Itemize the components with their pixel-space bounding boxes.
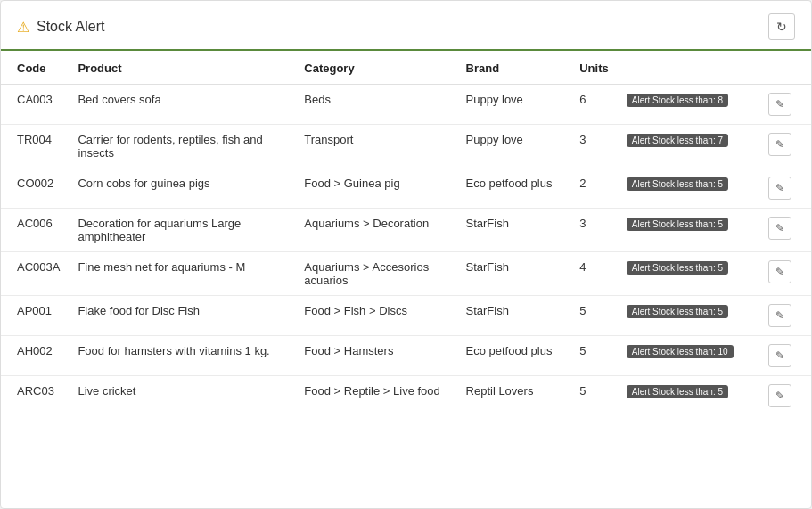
cell-product: Carrier for rodents, reptiles, fish and … (69, 125, 295, 168)
cell-category: Transport (295, 125, 456, 168)
cell-action: ✎ (759, 168, 811, 209)
edit-button[interactable]: ✎ (768, 344, 791, 367)
table-row: AP001 Flake food for Disc Fish Food > Fi… (1, 296, 811, 336)
table-row: AC003A Fine mesh net for aquariums - M A… (1, 252, 811, 296)
cell-brand: Reptil Lovers (457, 376, 571, 416)
cell-category: Aquariums > Accesorios acuarios (295, 252, 456, 296)
cell-units: 5 (570, 376, 618, 416)
cell-brand: Puppy love (457, 85, 571, 125)
cell-alert: Alert Stock less than: 5 (618, 209, 759, 252)
col-header-product: Product (69, 51, 295, 85)
cell-units: 6 (570, 85, 618, 125)
cell-alert: Alert Stock less than: 5 (618, 376, 759, 416)
cell-code: CA003 (1, 85, 69, 125)
cell-units: 2 (570, 168, 618, 209)
header-title: ⚠ Stock Alert (17, 19, 104, 36)
cell-alert: Alert Stock less than: 5 (618, 296, 759, 336)
cell-code: TR004 (1, 125, 69, 168)
page-title: Stock Alert (37, 19, 104, 35)
cell-brand: Eco petfood plus (457, 168, 571, 209)
cell-brand: Puppy love (457, 125, 571, 168)
table-row: AC006 Decoration for aquariums Large amp… (1, 209, 811, 252)
alert-badge: Alert Stock less than: 5 (627, 177, 728, 191)
cell-action: ✎ (759, 376, 811, 416)
table-body: CA003 Bed covers sofa Beds Puppy love 6 … (1, 85, 811, 416)
warning-icon: ⚠ (17, 19, 29, 36)
col-header-alert (618, 51, 759, 85)
stock-alert-container: ⚠ Stock Alert ↻ Code Product Category Br… (0, 0, 812, 509)
col-header-category: Category (295, 51, 456, 85)
col-header-units: Units (570, 51, 618, 85)
cell-brand: StarFish (457, 296, 571, 336)
cell-product: Corn cobs for guinea pigs (69, 168, 295, 209)
refresh-button[interactable]: ↻ (768, 13, 795, 40)
cell-product: Food for hamsters with vitamins 1 kg. (69, 336, 295, 376)
edit-button[interactable]: ✎ (768, 384, 791, 407)
cell-brand: StarFish (457, 252, 571, 296)
col-header-brand: Brand (457, 51, 571, 85)
cell-code: CO002 (1, 168, 69, 209)
cell-units: 3 (570, 209, 618, 252)
header: ⚠ Stock Alert ↻ (1, 1, 811, 51)
col-header-action (759, 51, 811, 85)
cell-category: Food > Fish > Discs (295, 296, 456, 336)
cell-category: Aquariums > Decoration (295, 209, 456, 252)
cell-product: Live cricket (69, 376, 295, 416)
cell-product: Fine mesh net for aquariums - M (69, 252, 295, 296)
alert-badge: Alert Stock less than: 10 (627, 345, 734, 358)
cell-brand: Eco petfood plus (457, 336, 571, 376)
cell-code: ARC03 (1, 376, 69, 416)
cell-action: ✎ (759, 296, 811, 336)
alert-badge: Alert Stock less than: 5 (627, 385, 728, 398)
cell-product: Bed covers sofa (69, 85, 295, 125)
edit-button[interactable]: ✎ (768, 217, 791, 240)
cell-units: 5 (570, 296, 618, 336)
cell-brand: StarFish (457, 209, 571, 252)
cell-action: ✎ (759, 85, 811, 125)
cell-code: AP001 (1, 296, 69, 336)
cell-code: AC006 (1, 209, 69, 252)
table-row: CO002 Corn cobs for guinea pigs Food > G… (1, 168, 811, 209)
cell-category: Beds (295, 85, 456, 125)
cell-category: Food > Hamsters (295, 336, 456, 376)
cell-action: ✎ (759, 209, 811, 252)
cell-units: 4 (570, 252, 618, 296)
cell-units: 5 (570, 336, 618, 376)
stock-table: Code Product Category Brand Units CA003 … (1, 51, 811, 415)
edit-button[interactable]: ✎ (768, 93, 791, 116)
cell-alert: Alert Stock less than: 5 (618, 168, 759, 209)
cell-category: Food > Guinea pig (295, 168, 456, 209)
edit-button[interactable]: ✎ (768, 304, 791, 327)
cell-code: AC003A (1, 252, 69, 296)
cell-alert: Alert Stock less than: 5 (618, 252, 759, 296)
alert-badge: Alert Stock less than: 7 (627, 134, 728, 147)
table-row: TR004 Carrier for rodents, reptiles, fis… (1, 125, 811, 168)
table-row: AH002 Food for hamsters with vitamins 1 … (1, 336, 811, 376)
table-row: ARC03 Live cricket Food > Reptile > Live… (1, 376, 811, 416)
alert-badge: Alert Stock less than: 8 (627, 94, 728, 107)
cell-product: Flake food for Disc Fish (69, 296, 295, 336)
alert-badge: Alert Stock less than: 5 (627, 261, 728, 275)
alert-badge: Alert Stock less than: 5 (627, 305, 728, 318)
alert-badge: Alert Stock less than: 5 (627, 218, 728, 231)
cell-action: ✎ (759, 336, 811, 376)
cell-alert: Alert Stock less than: 7 (618, 125, 759, 168)
table-row: CA003 Bed covers sofa Beds Puppy love 6 … (1, 85, 811, 125)
cell-product: Decoration for aquariums Large amphithea… (69, 209, 295, 252)
cell-category: Food > Reptile > Live food (295, 376, 456, 416)
cell-action: ✎ (759, 252, 811, 296)
edit-button[interactable]: ✎ (768, 260, 791, 283)
cell-code: AH002 (1, 336, 69, 376)
cell-alert: Alert Stock less than: 8 (618, 85, 759, 125)
col-header-code: Code (1, 51, 69, 85)
edit-button[interactable]: ✎ (768, 177, 791, 200)
cell-action: ✎ (759, 125, 811, 168)
cell-alert: Alert Stock less than: 10 (618, 336, 759, 376)
table-header: Code Product Category Brand Units (1, 51, 811, 85)
cell-units: 3 (570, 125, 618, 168)
edit-button[interactable]: ✎ (768, 133, 791, 156)
